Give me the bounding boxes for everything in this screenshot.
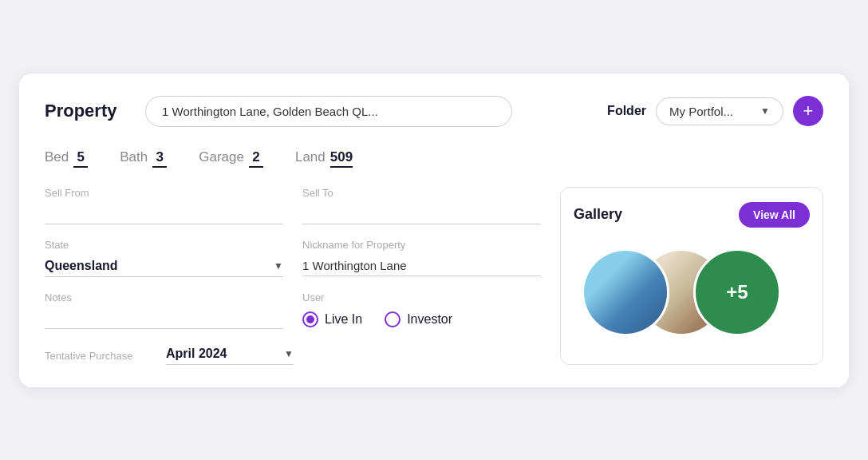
gallery-title: Gallery	[574, 206, 622, 223]
folder-value: My Portfol...	[669, 105, 754, 118]
sell-row: Sell From Sell To	[45, 187, 541, 224]
nickname-label: Nickname for Property	[302, 239, 541, 251]
nickname-group: Nickname for Property	[302, 239, 541, 277]
gallery-header: Gallery View All	[574, 202, 810, 228]
garage-stat: Garage 2	[199, 149, 263, 168]
tentative-row: Tentative Purchase April 2024 ▼	[45, 343, 541, 365]
stats-row: Bed 5 Bath 3 Garage 2 Land 509	[45, 149, 823, 171]
folder-dropdown[interactable]: My Portfol... ▼	[656, 97, 783, 125]
investor-label: Investor	[407, 312, 452, 327]
state-group: State Queensland ▼	[45, 239, 283, 277]
state-nickname-row: State Queensland ▼ Nickname for Property	[45, 239, 541, 277]
garage-value: 2	[249, 149, 263, 168]
property-input[interactable]	[145, 96, 512, 127]
state-value: Queensland	[45, 259, 274, 273]
gallery-section: Gallery View All +5	[560, 187, 823, 365]
gallery-image-1	[582, 248, 669, 336]
user-label: User	[302, 291, 541, 303]
form-section: Sell From Sell To State Queensland ▼	[45, 187, 541, 365]
sell-from-group: Sell From	[45, 187, 283, 224]
sell-to-label: Sell To	[302, 187, 541, 199]
bath-stat: Bath 3	[120, 149, 167, 168]
tentative-value: April 2024	[166, 347, 227, 361]
tentative-label: Tentative Purchase	[45, 350, 156, 362]
sell-to-input[interactable]	[302, 204, 541, 224]
folder-section: Folder My Portfol... ▼ +	[607, 96, 823, 126]
folder-dropdown-arrow-icon: ▼	[760, 105, 770, 117]
tentative-dropdown[interactable]: April 2024 ▼	[166, 347, 294, 365]
sell-to-group: Sell To	[302, 187, 541, 224]
content-row: Sell From Sell To State Queensland ▼	[45, 187, 823, 365]
live-in-label: Live In	[325, 312, 362, 327]
gallery-more-count[interactable]: +5	[693, 248, 781, 336]
view-all-button[interactable]: View All	[739, 202, 810, 228]
notes-group: Notes	[45, 291, 283, 329]
notes-user-row: Notes User Live In Investor	[45, 291, 541, 329]
state-dropdown[interactable]: Queensland ▼	[45, 256, 283, 277]
bed-label: Bed	[45, 149, 69, 165]
folder-label: Folder	[607, 104, 646, 118]
land-value: 509	[330, 149, 353, 168]
tentative-arrow-icon: ▼	[284, 348, 294, 359]
state-label: State	[45, 239, 283, 251]
user-radio-group: Live In Investor	[302, 311, 541, 327]
land-label: Land	[295, 149, 326, 165]
investor-radio[interactable]: Investor	[385, 311, 452, 327]
garage-label: Garage	[199, 149, 244, 165]
property-card: Property Folder My Portfol... ▼ + Bed 5 …	[19, 73, 849, 387]
state-dropdown-arrow-icon: ▼	[274, 260, 283, 272]
notes-input[interactable]	[45, 308, 283, 329]
property-label: Property	[45, 101, 132, 121]
header-row: Property Folder My Portfol... ▼ +	[45, 96, 823, 127]
bath-value: 3	[152, 149, 167, 168]
bed-value: 5	[73, 149, 88, 168]
live-in-radio[interactable]: Live In	[302, 311, 362, 327]
gallery-images: +5	[574, 240, 810, 344]
bath-label: Bath	[120, 149, 148, 165]
sell-from-label: Sell From	[45, 187, 283, 199]
sell-from-input[interactable]	[45, 204, 283, 224]
add-button[interactable]: +	[793, 96, 823, 126]
land-stat: Land 509	[295, 149, 353, 168]
investor-radio-circle	[385, 311, 400, 327]
nickname-input[interactable]	[302, 256, 541, 276]
notes-label: Notes	[45, 291, 283, 303]
live-in-radio-circle	[302, 311, 318, 327]
bed-stat: Bed 5	[45, 149, 88, 168]
user-group: User Live In Investor	[302, 291, 541, 329]
